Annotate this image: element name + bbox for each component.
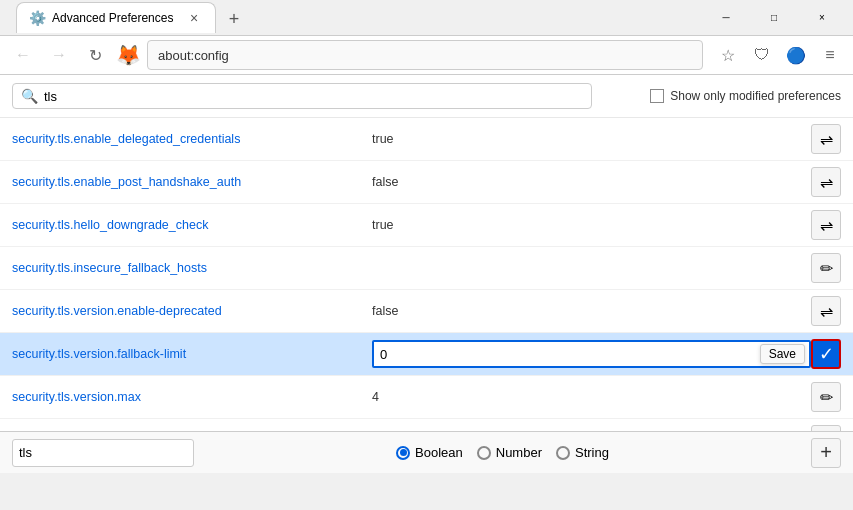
bottom-bar: Boolean Number String + bbox=[0, 431, 853, 473]
minimize-button[interactable]: ─ bbox=[703, 2, 749, 34]
pref-name-active[interactable]: security.tls.version.fallback-limit bbox=[12, 347, 372, 361]
modified-pref-checkbox[interactable] bbox=[650, 89, 664, 103]
table-row[interactable]: security.tls.hello_downgrade_check true … bbox=[0, 204, 853, 247]
firefox-logo: 🦊 bbox=[116, 43, 141, 67]
type-selector: Boolean Number String bbox=[206, 445, 799, 460]
new-tab-button[interactable]: + bbox=[220, 5, 248, 33]
pref-name[interactable]: security.tls.version.max bbox=[12, 390, 372, 404]
pref-name[interactable]: security.tls.insecure_fallback_hosts bbox=[12, 261, 372, 275]
tab-title: Advanced Preferences bbox=[52, 11, 179, 25]
boolean-radio[interactable] bbox=[396, 446, 410, 460]
edit-button[interactable]: ✏ bbox=[811, 382, 841, 412]
window-controls: ─ □ × bbox=[703, 2, 845, 34]
boolean-option[interactable]: Boolean bbox=[396, 445, 463, 460]
pref-name[interactable]: security.tls.enable_delegated_credential… bbox=[12, 132, 372, 146]
preferences-table: security.tls.enable_delegated_credential… bbox=[0, 118, 853, 431]
table-row[interactable]: security.tls.enable_post_handshake_auth … bbox=[0, 161, 853, 204]
pref-value: false bbox=[372, 175, 811, 189]
pref-name[interactable]: security.tls.enable_post_handshake_auth bbox=[12, 175, 372, 189]
search-icon: 🔍 bbox=[21, 88, 38, 104]
string-option[interactable]: String bbox=[556, 445, 609, 460]
pref-actions: ⇌ bbox=[811, 296, 841, 326]
bookmark-button[interactable]: ☆ bbox=[713, 40, 743, 70]
active-tab[interactable]: ⚙️ Advanced Preferences × bbox=[16, 2, 216, 33]
table-row-active[interactable]: security.tls.version.fallback-limit Save… bbox=[0, 333, 853, 376]
back-button[interactable]: ← bbox=[8, 40, 38, 70]
pref-actions: ⇌ bbox=[811, 124, 841, 154]
pref-value: false bbox=[372, 304, 811, 318]
pref-name[interactable]: security.tls.hello_downgrade_check bbox=[12, 218, 372, 232]
modified-pref-filter[interactable]: Show only modified preferences bbox=[650, 89, 841, 103]
string-radio[interactable] bbox=[556, 446, 570, 460]
address-bar[interactable]: about:config bbox=[147, 40, 703, 70]
string-label: String bbox=[575, 445, 609, 460]
edit-button[interactable]: ✏ bbox=[811, 253, 841, 283]
table-row[interactable]: security.tls.version.max 4 ✏ bbox=[0, 376, 853, 419]
address-text: about:config bbox=[158, 48, 229, 63]
number-radio[interactable] bbox=[477, 446, 491, 460]
menu-button[interactable]: ≡ bbox=[815, 40, 845, 70]
pref-value: true bbox=[372, 132, 811, 146]
title-bar: ⚙️ Advanced Preferences × + ─ □ × bbox=[0, 0, 853, 35]
bottom-search-input[interactable] bbox=[12, 439, 194, 467]
pref-actions: ⇌ bbox=[811, 167, 841, 197]
shield-button[interactable]: 🛡 bbox=[747, 40, 777, 70]
search-input[interactable] bbox=[44, 89, 583, 104]
table-row[interactable]: security.tls.version.min 3 ✏ bbox=[0, 419, 853, 431]
table-row[interactable]: security.tls.version.enable-deprecated f… bbox=[0, 290, 853, 333]
number-option[interactable]: Number bbox=[477, 445, 542, 460]
nav-icons: ☆ 🛡 🔵 ≡ bbox=[713, 40, 845, 70]
pref-actions: ✏ bbox=[811, 253, 841, 283]
table-row[interactable]: security.tls.enable_delegated_credential… bbox=[0, 118, 853, 161]
toggle-button[interactable]: ⇌ bbox=[811, 296, 841, 326]
pref-value-input[interactable] bbox=[372, 340, 811, 368]
toggle-button[interactable]: ⇌ bbox=[811, 210, 841, 240]
confirm-button[interactable]: ✓ bbox=[811, 339, 841, 369]
number-label: Number bbox=[496, 445, 542, 460]
search-input-wrap: 🔍 bbox=[12, 83, 592, 109]
boolean-label: Boolean bbox=[415, 445, 463, 460]
close-button[interactable]: × bbox=[799, 2, 845, 34]
account-button[interactable]: 🔵 bbox=[781, 40, 811, 70]
nav-bar: ← → ↻ 🦊 about:config ☆ 🛡 🔵 ≡ bbox=[0, 35, 853, 75]
tab-close-button[interactable]: × bbox=[185, 9, 203, 27]
content-area: 🔍 Show only modified preferences securit… bbox=[0, 75, 853, 473]
table-row[interactable]: security.tls.insecure_fallback_hosts ✏ bbox=[0, 247, 853, 290]
reload-button[interactable]: ↻ bbox=[80, 40, 110, 70]
pref-name[interactable]: security.tls.version.enable-deprecated bbox=[12, 304, 372, 318]
maximize-button[interactable]: □ bbox=[751, 2, 797, 34]
pref-value: 4 bbox=[372, 390, 811, 404]
tab-favicon: ⚙️ bbox=[29, 10, 46, 26]
search-bar: 🔍 Show only modified preferences bbox=[0, 75, 853, 118]
modified-pref-label: Show only modified preferences bbox=[670, 89, 841, 103]
pref-actions: ⇌ bbox=[811, 210, 841, 240]
pref-actions: ✏ bbox=[811, 382, 841, 412]
pref-actions-active: Save ✓ bbox=[811, 339, 841, 369]
pref-value: true bbox=[372, 218, 811, 232]
toggle-button[interactable]: ⇌ bbox=[811, 167, 841, 197]
toggle-button[interactable]: ⇌ bbox=[811, 124, 841, 154]
add-preference-button[interactable]: + bbox=[811, 438, 841, 468]
tab-bar: ⚙️ Advanced Preferences × + bbox=[8, 2, 256, 33]
forward-button[interactable]: → bbox=[44, 40, 74, 70]
